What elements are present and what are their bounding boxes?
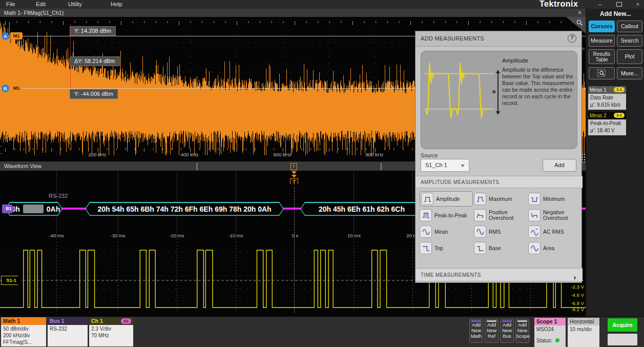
- freq-axis-label: 400 kHz: [172, 152, 207, 157]
- cursor-a-source-badge: M1: [10, 32, 23, 39]
- measure-minimum[interactable]: Minimum: [528, 191, 581, 207]
- menu-file[interactable]: File: [3, 0, 18, 9]
- pane-splitter-handle[interactable]: [581, 153, 586, 162]
- measure-top[interactable]: Top: [420, 240, 473, 256]
- cursor-b-badge[interactable]: B: [2, 85, 9, 92]
- time-axis-label: 0 s: [282, 233, 308, 238]
- source-label: Source: [421, 152, 438, 158]
- meas2-name: Peak-to-Peak: [590, 120, 624, 127]
- peak-to-peak-icon: [420, 209, 432, 221]
- zoom-left-bracket[interactable]: [: [196, 161, 198, 171]
- math1-scale: 50 dBm/div: [3, 325, 44, 332]
- chevron-right-icon: ›: [574, 271, 576, 283]
- math1-badge-card[interactable]: Math 1 50 dBm/div 200 kHz/div FFTmag(S..…: [1, 317, 46, 346]
- description-text: Amplitude is the difference between the …: [502, 67, 575, 107]
- cursors-button[interactable]: Cursors: [589, 21, 615, 32]
- cursor-delta-readout: ΔY: 58.214 dBm: [70, 56, 120, 66]
- measure-amplitude[interactable]: Amplitude: [420, 191, 473, 207]
- add-measurement-button[interactable]: Add: [543, 159, 576, 172]
- more-button[interactable]: More...: [617, 67, 642, 79]
- math-window-title: Math 1- FftMag(S1_Ch1): [0, 10, 64, 16]
- menu-edit[interactable]: Edit: [33, 0, 49, 9]
- empty-slot[interactable]: [608, 334, 637, 345]
- amplitude-arrow: [497, 73, 498, 112]
- freq-axis-label: 200 kHz: [79, 152, 115, 157]
- source-value: S1_Ch 1: [425, 162, 447, 168]
- zoom-right-bracket[interactable]: ]: [380, 161, 382, 171]
- time-axis-label: -30 ms: [105, 233, 131, 238]
- waveform-view-title: Waveform View: [0, 163, 41, 169]
- maximum-icon: [474, 193, 486, 205]
- time-axis-label: -40 ms: [44, 233, 69, 238]
- bus-packet[interactable]: 20h 54h 65h 6Bh 74h 72h 6Fh 6Eh 69h 78h …: [85, 202, 284, 216]
- cursor-b-readout: Y: -44.006 dBm: [70, 89, 118, 99]
- measure-negative-overshoot[interactable]: Negative Overshoot: [528, 208, 581, 223]
- math-window-titlebar[interactable]: Math 1- FftMag(S1_Ch1) ×: [0, 9, 586, 17]
- add-new-scope-button[interactable]: Add New Scope: [515, 319, 529, 343]
- measure-maximum[interactable]: Maximum: [474, 191, 527, 207]
- measure-peak-to-peak[interactable]: Peak-to-Peak: [420, 208, 473, 223]
- trigger-flag[interactable]: T: [290, 178, 298, 188]
- ch1-scale: 2.3 V/div: [91, 325, 131, 332]
- packet-text: 20h 45h 6Eh 61h 62h 6Ch: [319, 205, 405, 213]
- meas1-badge[interactable]: 1-1 Meas 1 Data Rate µ': 9.615 kb/s: [588, 86, 626, 110]
- meas1-count-badge: 1-1: [614, 87, 625, 92]
- math-close-icon[interactable]: ×: [574, 9, 581, 17]
- add-new-ref-button[interactable]: Add New Ref: [485, 319, 498, 343]
- meas2-value: µ': 18.40 V: [590, 127, 624, 134]
- results-table-button[interactable]: Results Table: [589, 49, 615, 64]
- scope1-model: MSO24: [536, 326, 564, 333]
- search-button[interactable]: Search: [617, 35, 642, 47]
- plot-button[interactable]: Plot: [617, 49, 642, 64]
- measure-mean[interactable]: Mean: [420, 224, 473, 239]
- close-icon[interactable]: ×: [633, 1, 642, 8]
- freq-axis-label: 800 kHz: [357, 152, 392, 157]
- trigger-position-icon[interactable]: T: [290, 163, 297, 170]
- dialog-titlebar[interactable]: ADD MEASUREMENTS ?: [416, 31, 581, 47]
- packet-text: 20h 54h 65h 6Bh 74h 72h 6Fh 6Eh 69h 78h …: [97, 205, 271, 213]
- measure-rms[interactable]: RMS: [474, 224, 527, 239]
- measure-area[interactable]: Area: [528, 240, 581, 256]
- rms-icon: [474, 226, 486, 238]
- mean-icon: [420, 226, 432, 238]
- chevron-down-icon: [461, 165, 465, 167]
- meas2-title: Meas 2: [590, 113, 607, 118]
- bus-packet[interactable]: 20h 45h 6Eh 61h 62h 6Ch: [300, 202, 423, 216]
- add-measurements-dialog: ADD MEASUREMENTS ? a Amplitude Amplitude…: [415, 31, 582, 283]
- scope1-card[interactable]: Scope 1 MSO24 Status:: [534, 318, 566, 347]
- time-section-header[interactable]: TIME MEASUREMENTS ›: [416, 268, 583, 281]
- minimize-icon[interactable]: –: [595, 1, 605, 8]
- base-icon: [474, 242, 486, 254]
- measure-ac-rms[interactable]: AC RMS: [528, 224, 581, 239]
- status-green-dot: [555, 338, 559, 342]
- meas1-title: Meas 1: [590, 87, 607, 93]
- cursor-a-badge[interactable]: A: [2, 32, 9, 40]
- measure-base[interactable]: Base: [474, 240, 527, 256]
- help-icon[interactable]: ?: [568, 34, 576, 43]
- source-dropdown[interactable]: S1_Ch 1: [421, 159, 469, 172]
- horizontal-card[interactable]: Horizontal 10 ms/div: [568, 318, 599, 347]
- amplitude-section-header[interactable]: AMPLITUDE MEASUREMENTS: [416, 176, 583, 188]
- channel-s1-badge[interactable]: S1-1: [1, 276, 22, 285]
- measure-button[interactable]: Measure: [589, 35, 615, 47]
- zoom-select-icon: [597, 69, 607, 77]
- menu-help[interactable]: Help: [108, 0, 126, 9]
- amplitude-annotation: a: [492, 88, 495, 94]
- restore-icon[interactable]: [616, 2, 622, 7]
- trigger-arrow-icon: [292, 175, 297, 178]
- add-new-math-button[interactable]: Add New Math: [469, 319, 483, 343]
- add-new-bus-button[interactable]: Add New Bus: [500, 319, 514, 343]
- dialog-title: ADD MEASUREMENTS: [421, 35, 484, 42]
- menu-utility[interactable]: Utility: [65, 0, 85, 9]
- meas2-badge[interactable]: 1-1 Meas 2 Peak-to-Peak µ': 18.40 V: [588, 112, 626, 135]
- magnifier-icon: [576, 19, 583, 26]
- zoom-select-button[interactable]: [589, 67, 615, 79]
- tekscope-app: File Edit Utility Help Tektronix – × Mat…: [0, 0, 644, 347]
- acquire-button[interactable]: Acquire: [608, 318, 637, 332]
- bus1-badge-card[interactable]: Bus 1 RS-232: [48, 317, 88, 346]
- measure-positive-overshoot[interactable]: Positive Overshoot: [474, 208, 527, 223]
- callout-button[interactable]: Callout: [617, 21, 642, 32]
- ch1-badge-card[interactable]: S1 Ch 1 2.3 V/div 70 MHz: [89, 317, 133, 346]
- ac-rms-icon: [528, 226, 541, 238]
- voltage-scale-label: -2.3 V: [561, 284, 584, 290]
